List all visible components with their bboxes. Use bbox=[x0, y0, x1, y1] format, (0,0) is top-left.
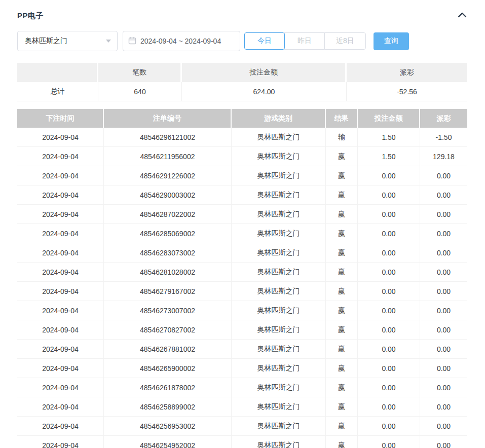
bet-amount-cell: 0.00 bbox=[358, 397, 420, 417]
table-row: 2024-09-04 48546291226002 奥林匹斯之门 赢 0.00 … bbox=[17, 166, 467, 185]
table-row: 2024-09-04 48546270827002 奥林匹斯之门 赢 0.00 … bbox=[17, 320, 467, 340]
bet-id-cell: 48546291226002 bbox=[104, 166, 232, 185]
bet-time-cell: 2024-09-04 bbox=[17, 397, 104, 417]
game-type-cell: 奥林匹斯之门 bbox=[232, 185, 326, 205]
date-range-input[interactable]: 2024-09-04 ~ 2024-09-04 bbox=[123, 31, 240, 51]
bet-id-cell: 48546279167002 bbox=[104, 282, 232, 301]
chevron-down-icon bbox=[106, 40, 111, 43]
calendar-icon bbox=[128, 36, 140, 46]
table-row: 2024-09-04 48546279167002 奥林匹斯之门 赢 0.00 … bbox=[17, 282, 467, 301]
today-button[interactable]: 今日 bbox=[244, 32, 285, 50]
bet-id-cell: 48546281028002 bbox=[104, 263, 232, 282]
result-cell: 赢 bbox=[326, 205, 358, 224]
result-cell: 赢 bbox=[326, 301, 358, 320]
result-cell: 赢 bbox=[326, 340, 358, 359]
summary-header-payout: 派彩 bbox=[347, 63, 467, 82]
result-cell: 赢 bbox=[326, 397, 358, 417]
game-type-cell: 奥林匹斯之门 bbox=[232, 359, 326, 378]
result-cell: 赢 bbox=[326, 320, 358, 340]
bet-id-cell: 48546296121002 bbox=[104, 128, 232, 147]
bet-time-cell: 2024-09-04 bbox=[17, 128, 104, 147]
payout-cell: 0.00 bbox=[420, 417, 467, 436]
bet-id-cell: 48546258899002 bbox=[104, 397, 232, 417]
result-cell: 赢 bbox=[326, 417, 358, 436]
quick-date-button-group: 今日 昨日 近8日 bbox=[244, 32, 366, 50]
table-row: 2024-09-04 48546258899002 奥林匹斯之门 赢 0.00 … bbox=[17, 397, 467, 417]
total-payout: -52.56 bbox=[347, 82, 467, 101]
search-button[interactable]: 查询 bbox=[374, 32, 409, 50]
bet-amount-cell: 0.00 bbox=[358, 378, 420, 397]
table-row: 2024-09-04 48546296121002 奥林匹斯之门 输 1.50 … bbox=[17, 128, 467, 147]
yesterday-button[interactable]: 昨日 bbox=[284, 32, 325, 50]
table-row: 2024-09-04 48546273007002 奥林匹斯之门 赢 0.00 … bbox=[17, 301, 467, 320]
bet-amount-cell: 0.00 bbox=[358, 243, 420, 263]
game-type-cell: 奥林匹斯之门 bbox=[232, 205, 326, 224]
col-bet-time: 下注时间 bbox=[17, 109, 104, 128]
bet-time-cell: 2024-09-04 bbox=[17, 282, 104, 301]
bet-amount-cell: 0.00 bbox=[358, 282, 420, 301]
bet-table-body: 2024-09-04 48546296121002 奥林匹斯之门 输 1.50 … bbox=[17, 128, 467, 448]
bet-time-cell: 2024-09-04 bbox=[17, 205, 104, 224]
game-type-cell: 奥林匹斯之门 bbox=[232, 436, 326, 448]
payout-cell: 0.00 bbox=[420, 224, 467, 243]
bet-records-table: 下注时间 注单编号 游戏类别 结果 投注金额 派彩 2024-09-04 485… bbox=[17, 109, 467, 448]
table-row: 2024-09-04 48546211956002 奥林匹斯之门 赢 1.50 … bbox=[17, 147, 467, 166]
game-type-cell: 奥林匹斯之门 bbox=[232, 397, 326, 417]
bet-id-cell: 48546283073002 bbox=[104, 243, 232, 263]
bet-amount-cell: 0.00 bbox=[358, 185, 420, 205]
bet-id-cell: 48546273007002 bbox=[104, 301, 232, 320]
game-select[interactable]: 奥林匹斯之门 bbox=[17, 31, 118, 51]
payout-cell: 0.00 bbox=[420, 166, 467, 185]
bet-time-cell: 2024-09-04 bbox=[17, 185, 104, 205]
bet-amount-cell: 0.00 bbox=[358, 436, 420, 448]
result-cell: 赢 bbox=[326, 185, 358, 205]
game-type-cell: 奥林匹斯之门 bbox=[232, 243, 326, 263]
payout-cell: 0.00 bbox=[420, 359, 467, 378]
col-payout: 派彩 bbox=[420, 109, 467, 128]
bet-id-cell: 48546270827002 bbox=[104, 320, 232, 340]
bet-amount-cell: 0.00 bbox=[358, 166, 420, 185]
payout-cell: 0.00 bbox=[420, 185, 467, 205]
bet-amount-cell: 0.00 bbox=[358, 263, 420, 282]
table-row: 2024-09-04 48546285069002 奥林匹斯之门 赢 0.00 … bbox=[17, 224, 467, 243]
result-cell: 赢 bbox=[326, 224, 358, 243]
payout-cell: -1.50 bbox=[420, 128, 467, 147]
bet-amount-cell: 1.50 bbox=[358, 147, 420, 166]
filter-bar: 奥林匹斯之门 2024-09-04 ~ 2024-09-04 今日 昨日 近8日… bbox=[17, 31, 467, 51]
game-type-cell: 奥林匹斯之门 bbox=[232, 301, 326, 320]
game-type-cell: 奥林匹斯之门 bbox=[232, 378, 326, 397]
bet-time-cell: 2024-09-04 bbox=[17, 320, 104, 340]
bet-amount-cell: 0.00 bbox=[358, 359, 420, 378]
page-title: PP电子 bbox=[17, 11, 44, 21]
total-count: 640 bbox=[98, 82, 182, 101]
bet-amount-cell: 0.00 bbox=[358, 301, 420, 320]
bet-amount-cell: 0.00 bbox=[358, 320, 420, 340]
col-result: 结果 bbox=[326, 109, 358, 128]
bet-id-cell: 48546254952002 bbox=[104, 436, 232, 448]
summary-header-bet-amount: 投注金额 bbox=[182, 63, 347, 82]
payout-cell: 0.00 bbox=[420, 320, 467, 340]
table-row: 2024-09-04 48546261878002 奥林匹斯之门 赢 0.00 … bbox=[17, 378, 467, 397]
last-8-days-button[interactable]: 近8日 bbox=[324, 32, 366, 50]
table-row: 2024-09-04 48546283073002 奥林匹斯之门 赢 0.00 … bbox=[17, 243, 467, 263]
bet-time-cell: 2024-09-04 bbox=[17, 378, 104, 397]
payout-cell: 0.00 bbox=[420, 263, 467, 282]
col-bet-amount: 投注金额 bbox=[358, 109, 420, 128]
result-cell: 赢 bbox=[326, 436, 358, 448]
collapse-button[interactable] bbox=[457, 11, 467, 20]
game-select-value: 奥林匹斯之门 bbox=[25, 36, 67, 46]
bet-time-cell: 2024-09-04 bbox=[17, 147, 104, 166]
result-cell: 赢 bbox=[326, 359, 358, 378]
result-cell: 赢 bbox=[326, 147, 358, 166]
table-row: 2024-09-04 48546287022002 奥林匹斯之门 赢 0.00 … bbox=[17, 205, 467, 224]
payout-cell: 0.00 bbox=[420, 397, 467, 417]
bet-id-cell: 48546287022002 bbox=[104, 205, 232, 224]
game-type-cell: 奥林匹斯之门 bbox=[232, 340, 326, 359]
table-row: 2024-09-04 48546290003002 奥林匹斯之门 赢 0.00 … bbox=[17, 185, 467, 205]
payout-cell: 0.00 bbox=[420, 282, 467, 301]
table-row: 2024-09-04 48546265900002 奥林匹斯之门 赢 0.00 … bbox=[17, 359, 467, 378]
bet-amount-cell: 1.50 bbox=[358, 128, 420, 147]
payout-cell: 0.00 bbox=[420, 340, 467, 359]
summary-header-blank bbox=[17, 63, 98, 82]
result-cell: 赢 bbox=[326, 166, 358, 185]
